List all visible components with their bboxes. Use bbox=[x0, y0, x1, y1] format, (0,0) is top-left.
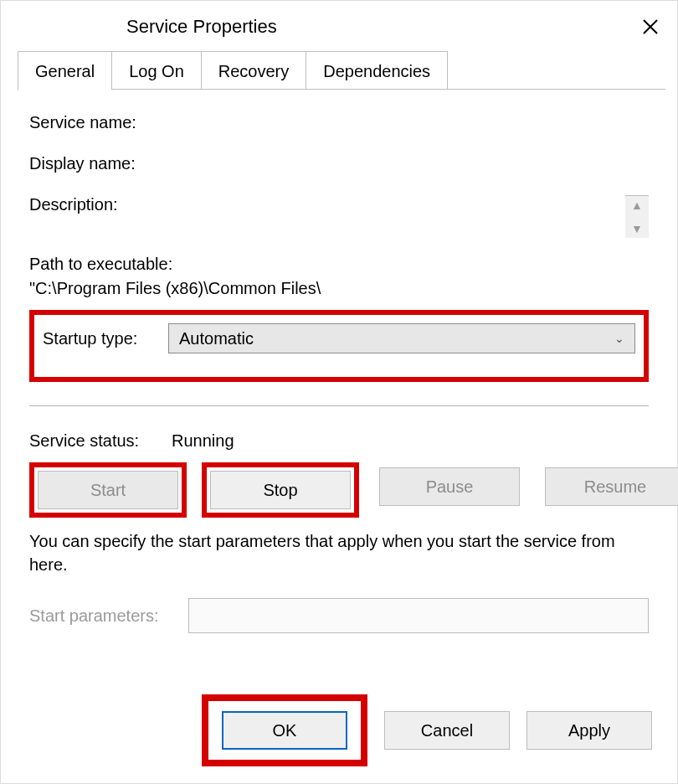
service-name-label: Service name: bbox=[29, 113, 172, 132]
cancel-button[interactable]: Cancel bbox=[384, 711, 510, 750]
titlebar: Service Properties bbox=[1, 1, 677, 48]
start-button-highlight: Start bbox=[29, 462, 187, 518]
apply-button[interactable]: Apply bbox=[526, 711, 652, 750]
service-status-value: Running bbox=[172, 431, 234, 451]
tab-general[interactable]: General bbox=[18, 51, 112, 90]
pause-button: Pause bbox=[379, 467, 520, 506]
description-label: Description: bbox=[29, 195, 172, 214]
start-parameters-input bbox=[188, 598, 649, 633]
tab-dependencies[interactable]: Dependencies bbox=[306, 51, 448, 90]
scroll-down-icon[interactable]: ▼ bbox=[631, 223, 643, 235]
startup-type-label: Startup type: bbox=[43, 329, 168, 348]
display-name-label: Display name: bbox=[29, 154, 172, 173]
startup-type-select[interactable]: Automatic ⌄ bbox=[168, 323, 635, 353]
close-icon[interactable] bbox=[634, 10, 667, 44]
dialog-footer: OK Cancel Apply bbox=[1, 694, 677, 766]
path-label: Path to executable: bbox=[29, 255, 649, 274]
tab-logon[interactable]: Log On bbox=[111, 51, 202, 90]
general-tab-content: Service name: Display name: Description:… bbox=[1, 90, 677, 633]
start-button: Start bbox=[38, 471, 178, 509]
start-parameters-label: Start parameters: bbox=[29, 606, 188, 626]
path-value: "C:\Program Files (x86)\Common Files\ bbox=[29, 279, 649, 298]
startup-type-highlight: Startup type: Automatic ⌄ bbox=[29, 310, 649, 382]
stop-button[interactable]: Stop bbox=[210, 471, 351, 509]
tab-recovery[interactable]: Recovery bbox=[201, 51, 306, 90]
window-title: Service Properties bbox=[126, 16, 277, 38]
service-properties-dialog: Service Properties General Log On Recove… bbox=[0, 0, 678, 784]
chevron-down-icon: ⌄ bbox=[614, 332, 624, 345]
stop-button-highlight: Stop bbox=[202, 462, 359, 518]
resume-button: Resume bbox=[545, 467, 678, 506]
ok-button-highlight: OK bbox=[202, 694, 367, 766]
divider bbox=[29, 405, 649, 406]
tab-strip: General Log On Recovery Dependencies bbox=[1, 51, 677, 90]
startup-type-value: Automatic bbox=[179, 329, 254, 348]
service-status-label: Service status: bbox=[29, 431, 172, 451]
scroll-up-icon[interactable]: ▲ bbox=[631, 199, 643, 211]
ok-button[interactable]: OK bbox=[222, 711, 347, 750]
start-parameters-note: You can specify the start parameters tha… bbox=[29, 529, 649, 576]
description-scrollbar[interactable]: ▲ ▼ bbox=[625, 195, 649, 238]
